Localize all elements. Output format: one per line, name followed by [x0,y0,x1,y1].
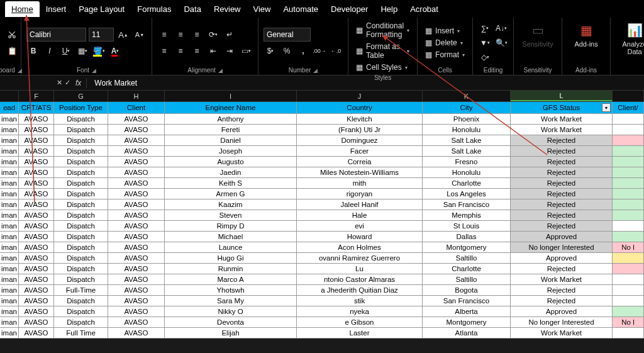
cell[interactable]: iman [0,285,19,296]
bold-icon[interactable]: B [26,44,40,58]
cell[interactable]: No longer Interested [511,242,613,253]
cell[interactable]: Dispatch [54,178,108,189]
cell[interactable]: Rejected [511,167,613,178]
cell[interactable]: Rejected [511,135,613,146]
cell[interactable]: Facer [297,146,423,157]
decrease-font-icon[interactable]: A▼ [133,28,147,42]
cell[interactable] [613,178,644,189]
cell[interactable]: AVASO [108,274,165,285]
cell[interactable]: Charlotte [423,264,511,274]
cell[interactable]: Dispatch [54,296,108,306]
menu-automate[interactable]: Automate [277,1,325,17]
cell[interactable]: iman [0,221,19,232]
cell[interactable] [613,199,644,210]
cell[interactable]: Honolulu [423,125,511,135]
cell[interactable]: AVASO [19,253,54,264]
cell[interactable]: Full Time [54,328,108,339]
cell[interactable]: AVASO [19,135,54,146]
cell[interactable]: AVASO [19,199,54,210]
cell[interactable]: Dispatch [54,221,108,232]
menu-review[interactable]: Review [208,1,247,17]
cell[interactable]: AVASO [108,114,165,125]
cell[interactable]: AVASO [19,167,54,178]
cell[interactable]: AVASO [19,125,54,135]
cell[interactable]: AVASO [108,178,165,189]
cell[interactable]: Memphis [423,210,511,221]
cell[interactable]: Dispatch [54,135,108,146]
cell[interactable]: AVASO [108,210,165,221]
cell[interactable] [613,135,644,146]
cell[interactable]: mith [297,178,423,189]
cell[interactable]: Lu [297,264,423,274]
conditional-formatting-button[interactable]: ▦Conditional Formatting▾ [353,20,412,40]
cell[interactable]: Keith S [165,178,297,189]
cell[interactable]: AVASO [19,328,54,339]
clipboard-icon[interactable]: 📋 [5,44,19,58]
fx-icon[interactable]: fx [75,79,81,87]
col-letter[interactable]: H [108,91,165,101]
col-letter[interactable]: F [19,91,54,101]
cell[interactable]: Dominguez [297,135,423,146]
align-right-icon[interactable]: ≡ [190,44,204,58]
menu-help[interactable]: Help [374,1,404,17]
cancel-icon[interactable]: ✕ [57,79,62,87]
cell[interactable]: (Frank) Uti Jr [297,125,423,135]
col-letter[interactable] [613,91,644,101]
cell[interactable]: Work Market [511,125,613,135]
cell[interactable]: Elijah [165,328,297,339]
cell[interactable]: AVASO [108,242,165,253]
cell[interactable]: Joseph [165,146,297,157]
cell[interactable]: AVASO [108,199,165,210]
cell[interactable]: Fresno [423,157,511,167]
cell[interactable]: Daniel [165,135,297,146]
number-format-select[interactable] [264,28,311,42]
cell[interactable]: iman [0,232,19,242]
cell[interactable]: iman [0,296,19,306]
cell[interactable]: Dispatch [54,253,108,264]
cell[interactable]: iman [0,199,19,210]
merge-icon[interactable]: ▭▾ [239,44,253,58]
cell[interactable]: Nikky O [165,306,297,317]
borders-icon[interactable]: ▦▾ [75,44,89,58]
cell[interactable]: Armen G [165,189,297,199]
cell[interactable]: AVASO [19,274,54,285]
cell[interactable]: Dispatch [54,189,108,199]
cell[interactable]: AVASO [108,328,165,339]
font-name-select[interactable] [26,28,86,42]
cell[interactable] [613,274,644,285]
col-letter[interactable]: K [423,91,511,101]
underline-icon[interactable]: U▾ [59,44,73,58]
col-header[interactable]: ead [0,102,19,114]
cell[interactable]: Montgomery [423,242,511,253]
cell[interactable]: Approved [511,253,613,264]
cell[interactable]: San Francisco [423,296,511,306]
cell[interactable] [613,125,644,135]
menu-formulas[interactable]: Formulas [131,1,177,17]
cell[interactable]: Dispatch [54,210,108,221]
menu-home[interactable]: Home [5,1,40,17]
cell[interactable]: AVASO [19,306,54,317]
cell[interactable]: iman [0,210,19,221]
cell[interactable]: nyeka [297,306,423,317]
cell[interactable]: iman [0,125,19,135]
format-as-table-button[interactable]: ▦Format as Table▾ [353,41,412,61]
menu-data[interactable]: Data [177,1,207,17]
menu-acrobat[interactable]: Acrobat [404,1,445,17]
cell[interactable]: AVASO [19,221,54,232]
cell[interactable]: e Gibson [297,317,423,328]
insert-cells-button[interactable]: ▦Insert ▾ [423,25,467,36]
find-select-icon[interactable]: 🔍▾ [494,36,508,50]
cell[interactable] [613,328,644,339]
cell[interactable]: Acon Holmes [297,242,423,253]
col-header[interactable]: City [423,102,511,114]
cell[interactable]: Runmin [165,264,297,274]
cell[interactable]: Dispatch [54,306,108,317]
font-color-icon[interactable]: A▾ [108,44,122,58]
align-center-icon[interactable]: ≡ [174,44,187,58]
cell[interactable]: Dispatch [54,232,108,242]
cell[interactable]: Dispatch [54,157,108,167]
cell[interactable]: Phoenix [423,114,511,125]
cell[interactable] [613,221,644,232]
cell[interactable]: Work Market [511,114,613,125]
cell[interactable]: AVASO [108,232,165,242]
